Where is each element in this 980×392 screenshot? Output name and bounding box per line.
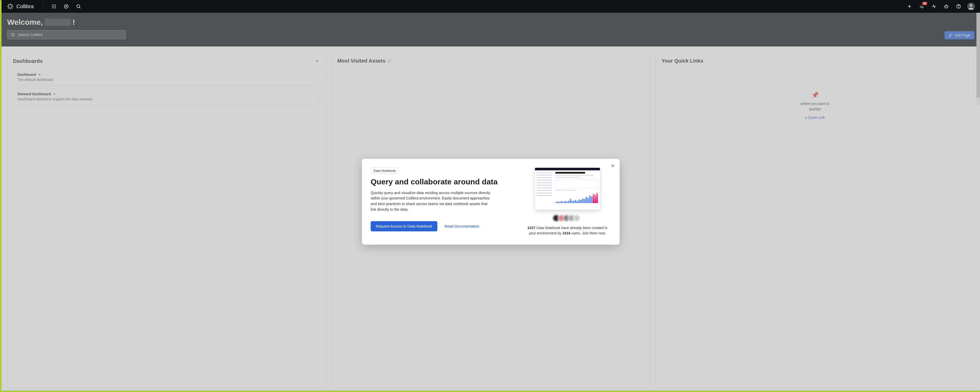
svg-point-8 (52, 5, 52, 5)
svg-line-20 (79, 7, 80, 8)
svg-line-4 (8, 4, 10, 6)
request-access-button[interactable]: Request Access to Data Notebook (371, 221, 438, 232)
basket-icon[interactable] (941, 1, 951, 11)
svg-point-15 (53, 7, 54, 8)
help-icon[interactable] (953, 1, 964, 11)
svg-point-13 (55, 6, 56, 6)
logo-text: Collibra (16, 3, 34, 10)
logo[interactable]: Collibra (6, 3, 34, 10)
collibra-logo-icon (6, 3, 14, 10)
tasks-icon[interactable]: 18 (916, 1, 927, 11)
svg-line-6 (8, 7, 10, 9)
modal-overlay: Data Notebook Query and collaborate arou… (2, 13, 980, 390)
close-icon (610, 163, 615, 168)
notebook-preview-image (535, 168, 600, 210)
close-button[interactable] (610, 163, 615, 169)
svg-point-16 (55, 7, 56, 8)
data-notebook-modal: Data Notebook Query and collaborate arou… (362, 159, 620, 244)
svg-point-12 (53, 6, 54, 6)
svg-point-9 (53, 5, 54, 5)
plus-icon[interactable] (904, 1, 915, 11)
read-documentation-link[interactable]: Read Documentation (444, 224, 479, 228)
svg-point-11 (52, 6, 52, 6)
app-header: Collibra 18 (2, 0, 980, 13)
user-avatars (555, 214, 580, 222)
svg-point-25 (970, 4, 972, 6)
modal-description: Quickly query and visualize data residin… (371, 190, 491, 213)
svg-point-10 (55, 5, 56, 5)
modal-stat: 2237 Data Notebook have already been cre… (524, 225, 611, 236)
modal-title: Query and collaborate around data (371, 178, 514, 186)
compass-icon[interactable] (61, 1, 71, 11)
svg-line-7 (11, 4, 13, 6)
svg-marker-18 (65, 6, 67, 7)
search-icon[interactable] (73, 1, 84, 11)
svg-point-19 (77, 5, 80, 8)
divider (43, 3, 43, 10)
svg-point-14 (52, 7, 52, 8)
avatar[interactable] (967, 3, 975, 10)
modal-tag: Data Notebook (371, 168, 398, 174)
apps-grid-icon[interactable] (49, 1, 59, 11)
notification-badge: 18 (922, 2, 928, 5)
svg-line-5 (11, 7, 13, 9)
activity-icon[interactable] (929, 1, 939, 11)
